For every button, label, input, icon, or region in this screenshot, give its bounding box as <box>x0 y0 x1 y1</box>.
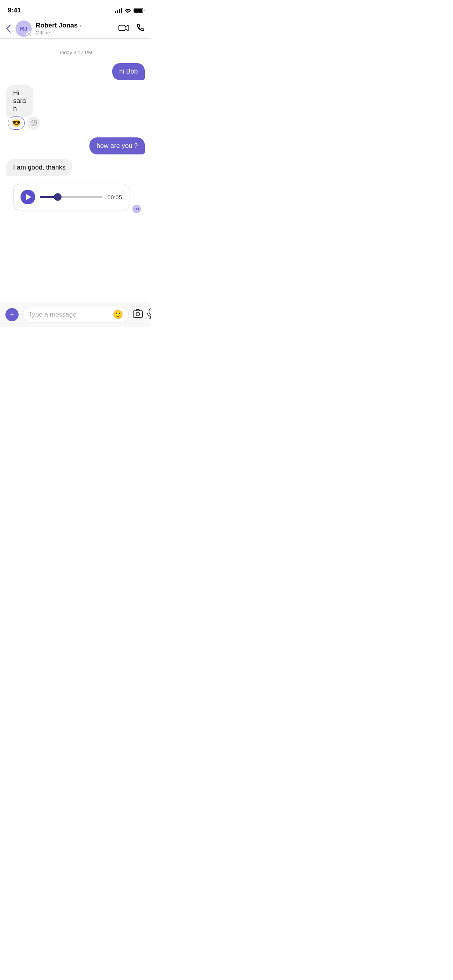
message-input-wrap: 🙂 <box>22 307 129 322</box>
status-time: 9:41 <box>8 7 21 14</box>
sent-bubble: hi Bob <box>112 63 145 80</box>
svg-point-2 <box>33 122 33 123</box>
contact-status: Offline <box>36 30 81 36</box>
battery-icon <box>134 8 143 13</box>
received-bubble: I am good, thanks <box>6 159 72 176</box>
chat-area: Today 3:17 PM hi Bob Hi sarah 😎 <box>0 39 151 302</box>
chat-timestamp: Today 3:17 PM <box>6 50 145 55</box>
mic-button[interactable] <box>147 308 151 321</box>
avatar: RJ ✕ <box>15 21 32 37</box>
sent-bubble: how are you ? <box>89 137 145 154</box>
back-button[interactable] <box>6 23 14 34</box>
contact-name: Robert Jonas › <box>36 22 81 29</box>
message-row: Hi sarah 😎 <box>6 85 145 133</box>
voice-message-container: 00:05 RJ <box>6 184 145 210</box>
svg-rect-0 <box>119 25 125 31</box>
reaction-button[interactable]: 😎 <box>8 117 25 130</box>
progress-bar[interactable] <box>40 196 103 198</box>
camera-button[interactable] <box>133 309 143 320</box>
add-reaction-button[interactable] <box>27 117 40 130</box>
svg-rect-7 <box>149 309 151 314</box>
message-row: I am good, thanks <box>6 159 145 176</box>
status-icons <box>115 8 143 13</box>
emoji-button[interactable]: 🙂 <box>113 310 123 320</box>
svg-rect-5 <box>133 311 142 317</box>
voice-duration: 00:05 <box>107 194 122 200</box>
play-button[interactable] <box>21 190 35 204</box>
chat-header: RJ ✕ Robert Jonas › Offline <box>0 19 151 39</box>
contact-info[interactable]: RJ ✕ Robert Jonas › Offline <box>15 21 118 37</box>
message-row: how are you ? <box>6 137 145 154</box>
voice-avatar-indicator: RJ <box>132 205 141 213</box>
svg-point-3 <box>34 122 35 123</box>
reaction-row: 😎 <box>8 117 45 130</box>
video-call-button[interactable] <box>118 24 129 34</box>
received-bubble: Hi sarah <box>6 85 33 117</box>
signal-icon <box>115 8 122 13</box>
header-actions <box>118 23 145 34</box>
input-bar: + 🙂 <box>0 302 151 327</box>
offline-badge: ✕ <box>26 31 32 37</box>
svg-point-6 <box>136 312 140 316</box>
message-input[interactable] <box>28 311 110 319</box>
add-button[interactable]: + <box>5 308 19 321</box>
wifi-icon <box>124 8 131 13</box>
voice-message: 00:05 <box>13 184 129 210</box>
phone-call-button[interactable] <box>136 23 145 34</box>
contact-name-area: Robert Jonas › Offline <box>36 22 81 36</box>
status-bar: 9:41 <box>0 0 151 19</box>
message-row: hi Bob <box>6 63 145 80</box>
received-message-group: Hi sarah 😎 <box>6 85 45 133</box>
